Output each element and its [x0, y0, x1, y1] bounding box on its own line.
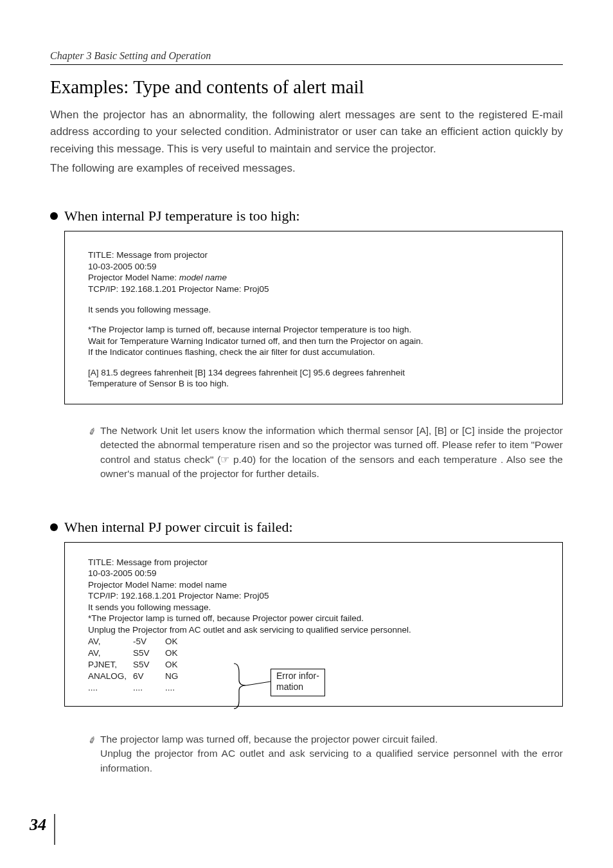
note-text-line1: The projector lamp was turned off, becau…: [100, 734, 438, 745]
error-info-callout: Error infor- mation: [231, 661, 359, 707]
msg-title: TITLE: Message from projector: [88, 557, 547, 568]
note-text-line2: Unplug the projector from AC outlet and …: [100, 746, 563, 775]
error-cell: OK: [165, 647, 191, 659]
msg-body-line: *The Projector lamp is turned off, becau…: [88, 613, 547, 624]
email-example-power-failed: TITLE: Message from projector 10-03-2005…: [64, 542, 563, 707]
error-cell: AV,: [88, 647, 133, 659]
msg-model: Projector Model Name: model name: [88, 579, 547, 591]
msg-title: TITLE: Message from projector: [88, 249, 547, 261]
error-cell: ....: [165, 682, 191, 694]
error-cell: ANALOG,: [88, 671, 133, 682]
msg-sensor-line: Temperature of Sensor B is too high.: [88, 378, 547, 390]
msg-body-line: *The Projector lamp is turned off, becau…: [88, 324, 547, 336]
msg-temps-line: [A] 81.5 degrees fahrenheit [B] 134 degr…: [88, 367, 547, 379]
error-cell: ....: [88, 682, 133, 694]
error-cell: PJNET,: [88, 659, 133, 671]
note-text: The Network Unit let users know the info…: [100, 425, 563, 479]
msg-body-line: Unplug the Projector from AC outlet and …: [88, 624, 547, 636]
section-heading-power-failed: When internal PJ power circuit is failed…: [50, 519, 563, 536]
email-example-temp-high: TITLE: Message from projector 10-03-2005…: [64, 231, 563, 404]
note-temp-high: ✐ The Network Unit let users know the in…: [89, 424, 563, 482]
msg-date: 10-03-2005 00:59: [88, 261, 547, 273]
page-number: 34: [30, 815, 46, 835]
bullet-icon: [50, 212, 58, 220]
page-number-accent-bar: [54, 814, 55, 845]
msg-sends-line: It sends you following message.: [88, 304, 547, 316]
error-cell: AV,: [88, 636, 133, 647]
error-cell: 6V: [133, 671, 165, 682]
msg-date: 10-03-2005 00:59: [88, 568, 547, 579]
msg-sends-line: It sends you following message.: [88, 602, 547, 613]
section-heading-text: When internal PJ power circuit is failed…: [64, 519, 293, 536]
section-heading-text: When internal PJ temperature is too high…: [64, 208, 300, 224]
error-cell: -5V: [133, 636, 165, 647]
following-line: The following are examples of received m…: [50, 160, 563, 177]
msg-body-line: If the Indicator continues flashing, che…: [88, 347, 547, 358]
svg-line-0: [246, 682, 271, 685]
msg-tcpip: TCP/IP: 192.168.1.201 Projector Name: Pr…: [88, 590, 547, 602]
brace-icon: [231, 661, 272, 711]
msg-tcpip: TCP/IP: 192.168.1.201 Projector Name: Pr…: [88, 284, 547, 295]
note-power-failed: ✐ The projector lamp was turned off, bec…: [89, 732, 563, 775]
error-cell: S5V: [133, 647, 165, 659]
error-cell: NG: [165, 671, 191, 682]
chapter-header: Chapter 3 Basic Setting and Operation: [50, 50, 563, 65]
error-cell: OK: [165, 636, 191, 647]
error-cell: S5V: [133, 659, 165, 671]
msg-body-line: Wait for Temperature Warning Indicator t…: [88, 336, 547, 347]
section-heading-temp-high: When internal PJ temperature is too high…: [50, 208, 563, 224]
error-cell: ....: [133, 682, 165, 694]
error-cell: OK: [165, 659, 191, 671]
bullet-icon: [50, 523, 58, 531]
callout-label: Error infor- mation: [271, 669, 325, 696]
intro-paragraph: When the projector has an abnormality, t…: [50, 107, 563, 158]
note-icon: ✐: [87, 732, 98, 747]
main-title: Examples: Type and contents of alert mai…: [50, 77, 563, 98]
msg-model: Projector Model Name: model name: [88, 272, 547, 284]
note-icon: ✐: [87, 424, 98, 439]
